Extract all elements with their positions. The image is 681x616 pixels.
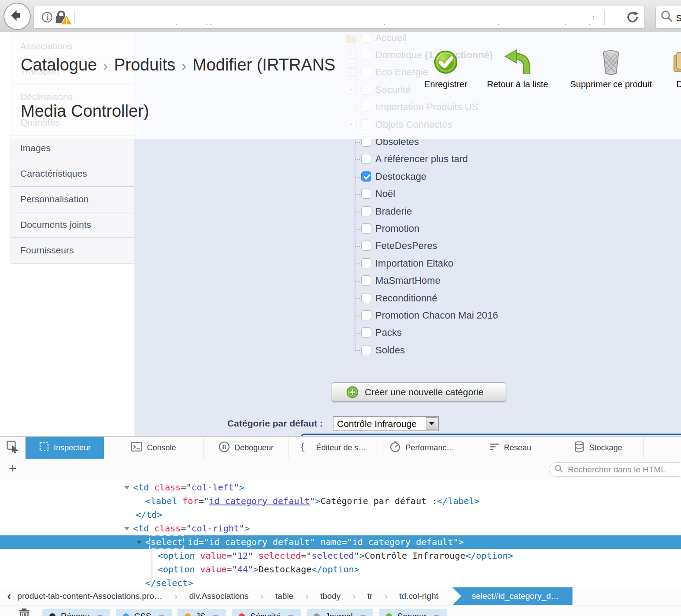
tab-stockage[interactable]: Stockage — [553, 437, 644, 459]
category-checkbox[interactable] — [361, 293, 371, 303]
toolbar-button-enregistrer[interactable]: Enregistrer — [411, 48, 481, 89]
category-label[interactable]: Soldes — [375, 345, 405, 356]
info-icon[interactable] — [41, 11, 53, 25]
tab-r-seau[interactable]: Réseau — [467, 437, 553, 459]
category-label[interactable]: A référencer plus tard — [375, 153, 468, 165]
markup-line[interactable]: <td class="col-left"> — [0, 481, 681, 494]
tab-inspecteur[interactable]: Inspecteur — [26, 437, 104, 459]
category-checkbox[interactable] — [361, 189, 371, 199]
code-token — [195, 564, 200, 575]
tab-label: Réseau — [504, 443, 531, 453]
category-label[interactable]: Promotion — [375, 223, 419, 234]
node-breadcrumb-item[interactable]: tr — [366, 591, 374, 601]
tree-connector — [355, 263, 362, 264]
markup-line-selected[interactable]: <select id="id_category_default" name="i… — [0, 535, 681, 549]
node-breadcrumb-item[interactable]: product-tab-content-Associations.pro… — [15, 591, 164, 601]
breadcrumb-link[interactable]: Catalogue — [21, 56, 97, 74]
create-category-button[interactable]: Créer une nouvelle catégorie — [332, 382, 506, 402]
markup-line[interactable]: </select> — [0, 576, 681, 587]
toolbar-button-supprimer-ce-produit[interactable]: Supprimer ce produit — [560, 48, 662, 89]
category-tree-item: Reconditionné — [344, 289, 618, 307]
category-checkbox[interactable] — [361, 275, 371, 286]
node-breadcrumb-item[interactable]: tbody — [318, 591, 342, 601]
sidebar-item-images[interactable]: Images — [11, 136, 134, 161]
category-checkbox[interactable] — [361, 154, 371, 164]
default-category-select[interactable]: Contrôle Infrarouge — [333, 416, 439, 431]
category-label[interactable]: Braderie — [375, 206, 412, 217]
browser-search-box[interactable]: s — [655, 6, 681, 29]
tab--diteur-de-s-[interactable]: { }Éditeur de s… — [289, 437, 377, 459]
category-checkbox[interactable] — [361, 171, 371, 182]
element-picker-button[interactable] — [0, 437, 26, 459]
node-breadcrumb-item[interactable]: div.Associations — [188, 591, 251, 601]
code-token — [182, 537, 188, 547]
console-filter-css[interactable]: CSS — [116, 609, 172, 616]
code-token: =" — [342, 537, 352, 547]
lock-warning-icon[interactable] — [54, 10, 73, 27]
category-tree-item: Soldes — [344, 341, 618, 359]
node-breadcrumb-selected[interactable]: select#id_category_d… — [452, 587, 573, 605]
add-node-icon[interactable]: + — [9, 461, 17, 476]
code-token: > — [239, 482, 244, 493]
category-label[interactable]: Destockage — [375, 171, 426, 182]
clear-console-icon[interactable] — [19, 608, 30, 616]
markup-line[interactable]: <td class="col-right"> — [0, 522, 681, 535]
tab-console[interactable]: Console — [104, 437, 204, 459]
markup-line[interactable]: <label for="id_category_default">Catégor… — [0, 494, 681, 508]
category-checkbox[interactable] — [361, 206, 371, 216]
sidebar-item-fournisseurs[interactable]: Fournisseurs — [11, 238, 134, 263]
category-label[interactable]: Packs — [375, 327, 402, 338]
code-token: Catégorie par défaut : — [320, 496, 437, 506]
category-checkbox[interactable] — [361, 258, 371, 268]
node-breadcrumb-item[interactable]: td.col-right — [397, 591, 440, 601]
console-filter-s-curit-[interactable]: Sécurité — [232, 609, 301, 616]
code-token — [149, 523, 154, 534]
code-token: =" — [301, 550, 311, 561]
category-checkbox[interactable] — [361, 241, 371, 251]
style-editor-icon: { } — [299, 441, 311, 455]
sidebar-item-caract-ristiques[interactable]: Caractéristiques — [11, 161, 134, 187]
tab-bar-spacer — [644, 437, 681, 459]
markup-line[interactable]: </td> — [0, 508, 681, 522]
devtools-search-box[interactable]: Rechercher dans le HTML — [549, 462, 681, 477]
devtools-tab-bar: InspecteurConsoleDébogueur{ }Éditeur de … — [0, 437, 681, 459]
node-breadcrumb-item[interactable]: table — [274, 591, 295, 601]
back-button[interactable] — [4, 3, 31, 30]
expand-arrow-icon[interactable] — [124, 527, 130, 531]
code-token: </td> — [136, 509, 162, 520]
code-token: selected — [311, 550, 354, 561]
category-checkbox[interactable] — [361, 223, 371, 234]
url-bar[interactable]: . . . . . . . : — [33, 6, 645, 29]
sidebar-item-documents-joints[interactable]: Documents joints — [11, 212, 134, 238]
breadcrumb-link[interactable]: Produits — [114, 56, 175, 74]
category-label[interactable]: MaSmartHome — [375, 275, 440, 286]
code-token — [177, 496, 182, 506]
toolbar-button-du[interactable]: Du — [660, 48, 681, 89]
category-checkbox[interactable] — [361, 327, 371, 338]
tab-d-bogueur[interactable]: Débogueur — [204, 437, 289, 459]
category-label[interactable]: Promotion Chacon Mai 2016 — [375, 310, 498, 321]
tree-connector — [355, 281, 362, 282]
category-label[interactable]: Noël — [375, 188, 395, 200]
sidebar-item-personnalisation[interactable]: Personnalisation — [11, 187, 134, 212]
reload-icon[interactable] — [626, 11, 639, 26]
code-token: > — [315, 496, 320, 506]
console-filter-js[interactable]: JS — [178, 609, 226, 616]
console-filter-r-seau[interactable]: Réseau — [42, 609, 110, 616]
expand-arrow-icon[interactable] — [137, 541, 142, 544]
console-filter-journal[interactable]: Journal — [307, 609, 373, 616]
console-filter-serveur[interactable]: Serveur — [379, 609, 447, 616]
markup-line[interactable]: <option value="12" selected="selected">C… — [0, 549, 681, 563]
tab-performanc-[interactable]: Performanc… — [377, 437, 467, 459]
breadcrumb-back-icon[interactable]: ‹ — [7, 589, 11, 603]
code-token: " — [239, 523, 244, 534]
toolbar-button-retour-la-liste[interactable]: Retour à la liste — [478, 48, 557, 89]
category-checkbox[interactable] — [361, 345, 371, 355]
expand-arrow-icon[interactable] — [124, 486, 130, 490]
category-checkbox[interactable] — [361, 310, 371, 320]
category-label[interactable]: Reconditionné — [375, 293, 437, 304]
select-dropdown-button[interactable] — [426, 417, 437, 430]
category-label[interactable]: FeteDesPeres — [375, 240, 437, 252]
category-label[interactable]: Importation Eltako — [375, 258, 453, 269]
markup-line[interactable]: <option value="44">Destockage</option> — [0, 563, 681, 576]
